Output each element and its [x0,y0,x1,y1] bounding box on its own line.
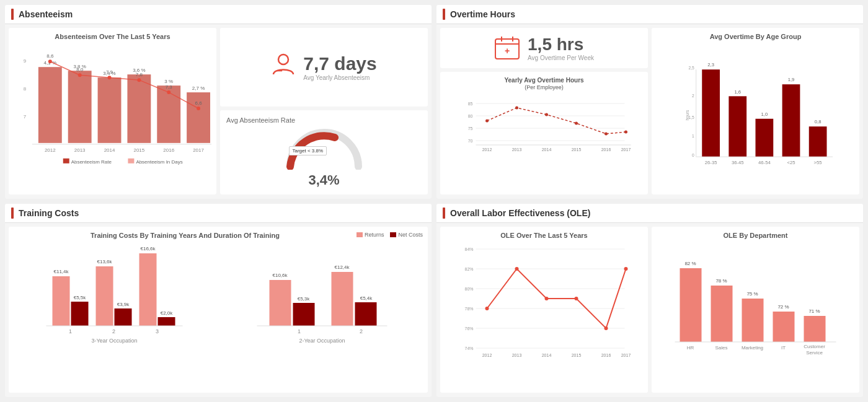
absenteeism-chart-title: Absenteeism Over The Last 5 Years [14,33,211,40]
svg-text:2016: 2016 [163,147,174,153]
gauge-visual: Target < 3.8% [284,126,365,170]
avg-rate-value: 3,4% [308,172,339,188]
svg-rect-36 [63,159,69,164]
net-legend-box [390,232,396,237]
svg-text:80: 80 [468,114,473,118]
absenteeism-title: Absenteeism [19,9,73,19]
svg-rect-143 [680,268,702,342]
svg-text:Marketing: Marketing [742,345,763,351]
ole-section: Overall Labor Effectiveness (OLE) OLE Ov… [436,204,863,398]
svg-point-0 [278,55,288,64]
svg-text:€13,6k: €13,6k [97,259,112,264]
training-charts-row: €11,4k €13,6k €16,6k €5,5k €3,9k €2,0k 1… [14,239,423,381]
svg-point-21 [167,90,170,94]
three-year-svg: €11,4k €13,6k €16,6k €5,5k €3,9k €2,0k 1… [14,239,215,351]
ole-bar-svg: 82 % 78 % 75 % 72 % 71 % HR Sales Market… [657,243,854,373]
svg-rect-69 [728,96,746,157]
avg-overtime-value-group: 1,5 hrs Avg Overtime Per Week [528,35,594,61]
svg-rect-91 [71,302,89,326]
avg-rate-card: Avg Absenteeism Rate Target < 3.8% 3,4% [220,110,428,194]
svg-text:€10,6k: €10,6k [272,273,288,278]
svg-point-133 [545,297,549,300]
svg-text:2012: 2012 [45,147,56,153]
svg-text:2015: 2015 [572,353,582,357]
svg-rect-94 [140,253,157,326]
svg-text:82 %: 82 % [684,261,696,266]
yearly-overtime-title: Yearly Avg Overtime Hours (Per Employee) [445,77,643,90]
absenteeism-header: Absenteeism [5,5,432,24]
overtime-content: + 1,5 hrs Avg Overtime Per Week Yearly A… [436,24,863,198]
svg-text:€3,9k: €3,9k [117,302,130,307]
svg-text:2013: 2013 [74,147,86,153]
target-label: Target < 3.8% [289,146,327,155]
svg-text:2,3: 2,3 [707,62,714,68]
svg-rect-5 [38,67,62,143]
svg-point-22 [197,107,200,110]
svg-text:3-Year Occupation: 3-Year Occupation [91,338,137,344]
svg-rect-93 [115,308,132,326]
svg-rect-68 [702,69,720,157]
svg-point-55 [515,107,518,110]
net-legend-item: Net Costs [390,232,423,238]
svg-text:70: 70 [468,139,473,143]
svg-text:2016: 2016 [601,353,611,357]
svg-text:Absenteeism In Days: Absenteeism In Days [136,159,182,165]
svg-point-57 [575,122,578,125]
svg-text:3: 3 [156,328,159,334]
svg-text:8,0: 8,0 [76,67,84,72]
svg-rect-107 [270,280,291,326]
svg-text:2015: 2015 [572,147,582,152]
svg-text:<25: <25 [787,160,795,165]
svg-rect-71 [782,84,800,157]
avg-absenteeism-label: Avg Yearly Absenteeism [303,74,376,81]
svg-text:36-45: 36-45 [732,160,744,165]
svg-text:IT: IT [781,345,786,351]
svg-text:2017: 2017 [193,147,204,153]
svg-point-17 [48,59,52,63]
svg-text:74%: 74% [464,346,473,351]
returns-legend-label: Returns [365,232,384,238]
avg-overtime-age-title: Avg Overtime By Age Group [657,33,854,40]
svg-text:2,5: 2,5 [688,66,694,70]
svg-text:€5,5k: €5,5k [74,295,87,300]
svg-text:€16,6k: €16,6k [140,246,156,251]
svg-text:2014: 2014 [542,353,552,357]
svg-text:+: + [505,46,510,56]
svg-text:0: 0 [692,153,694,157]
svg-text:84%: 84% [464,247,473,251]
overtime-bar-svg: hours 2,3 1,6 1,0 1,9 0,8 [657,44,854,186]
svg-rect-92 [96,266,113,326]
svg-text:8,6: 8,6 [46,53,54,59]
ole-bar-title: OLE By Department [657,232,854,239]
svg-text:7: 7 [24,114,27,120]
svg-text:26-35: 26-35 [705,160,717,165]
svg-text:1,6: 1,6 [734,89,741,95]
svg-rect-38 [128,159,134,164]
svg-text:75 %: 75 % [746,291,758,297]
training-legend: Returns Net Costs [356,232,423,238]
two-year-chart: €10,6k €12,4k €5,3k €5,4k 1 2 2-Year Occ… [221,239,423,381]
avg-overtime-age-card: Avg Overtime By Age Group hours 2,3 1,6 [652,28,859,194]
svg-text:1: 1 [298,328,301,334]
svg-rect-144 [711,286,733,342]
svg-text:75: 75 [468,126,473,131]
svg-point-131 [485,307,489,310]
section-bar-ole [443,208,445,219]
svg-text:2014: 2014 [542,147,552,152]
absenteeism-section: Absenteeism 7,7 days Avg Yearly Absente [5,5,432,199]
svg-text:1: 1 [692,134,694,138]
svg-text:2012: 2012 [482,147,492,152]
svg-text:72 %: 72 % [777,304,789,310]
section-bar-absenteeism [11,9,14,20]
avg-absenteeism-value-group: 7,7 days Avg Yearly Absenteeism [303,53,376,81]
section-bar-overtime [443,9,445,20]
svg-text:Sales: Sales [715,345,727,351]
absenteeism-chart-card: Absenteeism Over The Last 5 Years 9 8 7 [9,28,216,194]
svg-point-20 [137,78,141,82]
avg-rate-title: Avg Absenteeism Rate [226,116,295,124]
svg-rect-147 [804,316,826,342]
avg-absenteeism-value: 7,7 days [303,53,376,74]
svg-point-132 [515,267,519,271]
overtime-line-svg: 85 80 75 70 [445,94,643,168]
ole-line-title: OLE Over The Last 5 Years [445,232,643,239]
